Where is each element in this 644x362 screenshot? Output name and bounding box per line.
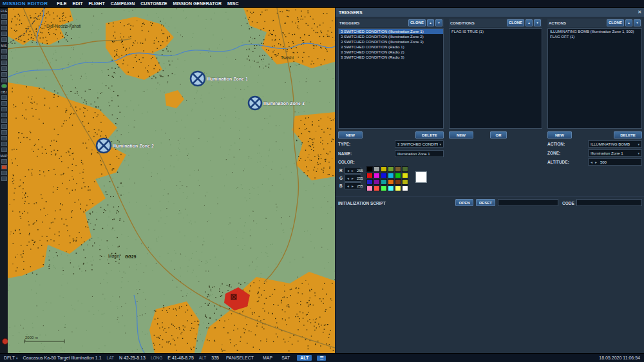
menu-item[interactable]: FILE [57,1,66,6]
palette-swatch[interactable] [366,186,373,191]
palette-swatch[interactable] [374,186,380,191]
zone-dropdown[interactable]: Illumination Zone 1 ▾ [588,149,642,157]
erase-icon[interactable] [1,165,7,169]
decrement-icon[interactable]: ◄ [346,184,350,188]
reset-script-button[interactable]: RESET [476,199,495,206]
save-as-icon[interactable] [1,32,7,36]
destroyed-unit-marker[interactable] [231,294,236,300]
trigger-zone-icon[interactable] [1,130,7,135]
palette-swatch[interactable] [395,166,401,172]
menu-item[interactable]: EDIT [72,1,82,6]
decrement-icon[interactable]: ◄ [346,169,350,173]
open-script-button[interactable]: OPEN [455,199,473,206]
map-layer-toggle[interactable]: MAP [261,356,274,360]
new-action-button[interactable]: NEW [547,131,572,138]
palette-swatch[interactable] [402,179,408,185]
actions-list[interactable]: ILLUMINATING BOMB (Illumination Zone 1, … [547,28,642,129]
palette-swatch[interactable] [381,186,387,191]
or-condition-button[interactable]: OR [490,131,507,138]
airbase-icon[interactable] [1,124,7,129]
delete-action-button[interactable]: DELETE [614,131,642,138]
palette-swatch[interactable] [374,166,380,172]
new-mission-icon[interactable] [1,14,7,19]
palette-swatch[interactable] [402,186,408,191]
palette-swatch[interactable] [374,179,380,185]
code-input[interactable] [576,199,642,206]
helicopter-icon[interactable] [1,101,7,106]
palette-swatch[interactable] [388,166,394,172]
menu-item[interactable]: CUSTOMIZE [140,1,167,6]
map-layers-icon[interactable] [1,171,7,175]
palette-swatch[interactable] [395,186,401,191]
trigger-item[interactable]: 3 SWITCHED CONDITION (Illumination Zone … [339,39,443,44]
new-trigger-button[interactable]: NEW [338,131,363,138]
menu-item[interactable]: FLIGHT [88,1,104,6]
open-mission-icon[interactable] [1,20,7,24]
action-item[interactable]: FLAG OFF (1) [548,34,641,39]
palette-swatch[interactable] [381,166,387,172]
static-object-icon[interactable] [1,119,7,123]
warehouse-icon[interactable] [1,148,7,152]
green-spinner[interactable]: ◄ ► 255 [345,175,361,182]
weather-icon[interactable] [1,49,7,53]
palette-swatch[interactable] [395,179,401,185]
aircraft-icon[interactable] [1,95,7,100]
action-dropdown[interactable]: ILLUMINATING BOMB ▾ [588,140,642,148]
failures-icon[interactable] [1,66,7,71]
measure-icon[interactable] [1,159,7,164]
palette-swatch[interactable] [366,166,373,172]
move-condition-down-button[interactable]: ▼ [534,19,541,26]
trigger-item[interactable]: 3 SWITCHED CONDITION (Radio 2) [339,50,443,55]
template-icon[interactable] [1,136,7,140]
type-dropdown[interactable]: 3 SWITCHED CONDITION ▾ [395,140,444,148]
triggers-list[interactable]: 3 SWITCHED CONDITION (Illumination Zone … [338,28,444,129]
palette-swatch[interactable] [366,173,373,178]
vehicle-icon[interactable] [1,113,7,117]
palette-swatch[interactable] [381,179,387,185]
pan-select-toggle[interactable]: PAN/SELECT [224,356,256,360]
trigger-item[interactable]: 3 SWITCHED CONDITION (Radio 3) [339,55,443,60]
close-icon[interactable]: ✕ [638,10,641,15]
menu-item[interactable]: CAMPAIGN [111,1,135,6]
move-action-up-button[interactable]: ▲ [625,19,632,26]
clone-trigger-button[interactable]: CLONE [408,19,426,26]
menu-item[interactable]: MISSION GENERATOR [173,1,222,6]
palette-swatch[interactable] [366,179,373,185]
palette-swatch[interactable] [388,186,394,191]
save-mission-icon[interactable] [1,26,7,30]
increment-icon[interactable]: ► [594,160,598,164]
farp-icon[interactable] [1,142,7,146]
increment-icon[interactable]: ► [351,184,354,188]
summary-icon[interactable] [1,78,7,82]
briefing-icon[interactable] [1,37,7,42]
decrement-icon[interactable]: ◄ [346,176,350,180]
palette-swatch[interactable] [402,173,408,178]
action-item[interactable]: ILLUMINATING BOMB (Illumination Zone 1, … [548,29,641,34]
palette-swatch[interactable] [402,166,408,172]
script-file-input[interactable] [498,199,558,206]
name-input[interactable]: Illumination Zone 1 [395,150,444,157]
move-trigger-down-button[interactable]: ▼ [435,19,442,26]
palette-swatch[interactable] [395,173,401,178]
grid-icon[interactable] [1,176,7,181]
palette-swatch[interactable] [374,173,380,178]
altitude-spinner[interactable]: ◄ ► 500 [588,158,642,166]
menu-item[interactable]: MISC [227,1,239,6]
move-action-down-button[interactable]: ▼ [634,19,641,26]
clone-action-button[interactable]: CLONE [607,19,624,26]
sat-layer-toggle[interactable]: SAT [279,356,292,360]
blue-spinner[interactable]: ◄ ► 255 [345,182,361,189]
trigger-item[interactable]: 3 SWITCHED CONDITION (Illumination Zone … [339,34,443,39]
trigger-item[interactable]: 3 SWITCHED CONDITION (Radio 1) [339,44,443,50]
move-condition-up-button[interactable]: ▲ [526,19,533,26]
trigger-item[interactable]: 3 SWITCHED CONDITION (Illumination Zone … [339,29,443,34]
increment-icon[interactable]: ► [351,169,354,173]
map[interactable]: Didi-Nedzis-Kahati Tsaishi Mogiri GG29 I… [8,8,335,353]
condition-item[interactable]: FLAG IS TRUE (1) [450,29,542,34]
new-condition-button[interactable]: NEW [449,131,473,138]
decrement-icon[interactable]: ◄ [590,160,593,164]
options-icon[interactable] [1,61,7,65]
ship-icon[interactable] [1,107,7,111]
red-spinner[interactable]: ◄ ► 255 [345,167,361,174]
goals-icon[interactable] [1,72,7,77]
